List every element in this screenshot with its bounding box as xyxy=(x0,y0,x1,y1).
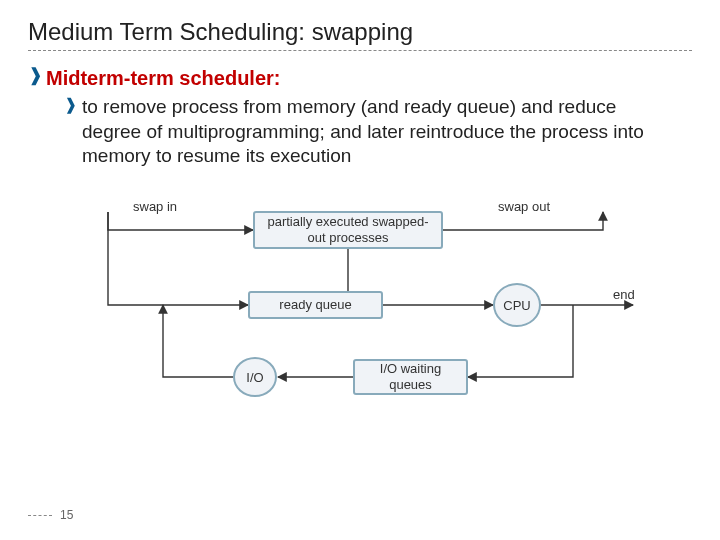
box-io-waiting-text: I/O waiting queues xyxy=(363,361,458,392)
bullet-sub: ❱ to remove process from memory (and rea… xyxy=(64,95,688,169)
bullet-main: ❱ Midterm-term scheduler: xyxy=(28,65,688,91)
box-swapped-processes-text: partially executed swapped-out processes xyxy=(263,214,433,245)
label-end: end xyxy=(613,287,635,302)
node-io-text: I/O xyxy=(246,370,263,385)
box-io-waiting: I/O waiting queues xyxy=(353,359,468,395)
node-cpu: CPU xyxy=(493,283,541,327)
swapping-diagram: swap in swap out end partially executed … xyxy=(73,187,643,417)
bullet-icon: ❱ xyxy=(64,95,82,116)
page-number: 15 xyxy=(60,508,73,522)
box-swapped-processes: partially executed swapped-out processes xyxy=(253,211,443,249)
bullet-sub-text: to remove process from memory (and ready… xyxy=(82,95,672,169)
label-swap-in: swap in xyxy=(133,199,177,214)
footer-divider xyxy=(28,515,52,516)
box-ready-queue: ready queue xyxy=(248,291,383,319)
bullet-main-text: Midterm-term scheduler: xyxy=(46,65,281,91)
slide: Medium Term Scheduling: swapping ❱ Midte… xyxy=(0,0,720,540)
content-area: ❱ Midterm-term scheduler: ❱ to remove pr… xyxy=(28,65,692,417)
footer: 15 xyxy=(28,508,73,522)
box-ready-queue-text: ready queue xyxy=(279,297,351,313)
title-divider xyxy=(28,50,692,51)
node-cpu-text: CPU xyxy=(503,298,530,313)
bullet-icon: ❱ xyxy=(28,65,46,87)
label-swap-out: swap out xyxy=(498,199,550,214)
slide-title: Medium Term Scheduling: swapping xyxy=(28,18,692,46)
node-io: I/O xyxy=(233,357,277,397)
